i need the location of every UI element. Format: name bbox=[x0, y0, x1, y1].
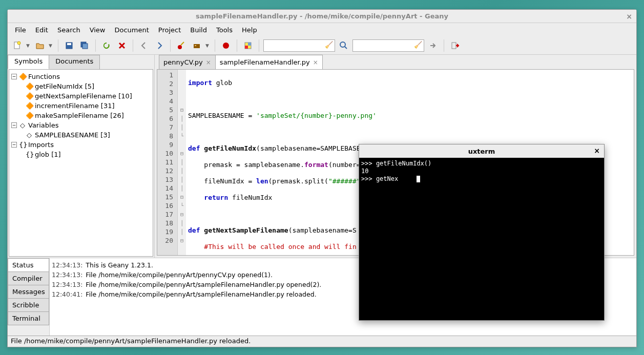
svg-rect-7 bbox=[194, 44, 200, 48]
tree-group-variables[interactable]: −◇Variables bbox=[11, 120, 151, 130]
open-file-icon[interactable] bbox=[33, 39, 47, 52]
build-icon[interactable] bbox=[190, 39, 203, 52]
nav-forward-icon[interactable] bbox=[153, 39, 166, 52]
collapse-icon[interactable]: − bbox=[11, 122, 17, 128]
menu-edit[interactable]: Edit bbox=[31, 25, 52, 35]
search-input[interactable]: 🧹 bbox=[263, 39, 335, 52]
reload-icon[interactable] bbox=[100, 39, 113, 52]
menu-document[interactable]: Document bbox=[110, 25, 153, 35]
nav-back-icon[interactable] bbox=[137, 39, 151, 52]
editor-tab[interactable]: pennyCV.py× bbox=[159, 55, 216, 69]
bottom-tab-terminal[interactable]: Terminal bbox=[8, 311, 49, 325]
svg-point-1 bbox=[17, 41, 20, 45]
close-file-icon[interactable] bbox=[115, 39, 129, 52]
uxterm-window[interactable]: uxterm × >>> getFileNumIdx() 10 >>> getN… bbox=[359, 144, 605, 321]
svg-rect-14 bbox=[452, 43, 456, 49]
window-title: sampleFilenameHandler.py - /home/mike/co… bbox=[196, 12, 448, 20]
line-gutter: 1234567891011121314151617181920 bbox=[157, 70, 178, 255]
tree-item[interactable]: 🔶getFileNumIdx [5] bbox=[11, 81, 151, 91]
window-titlebar[interactable]: sampleFilenameHandler.py - /home/mike/co… bbox=[8, 10, 636, 23]
goto-input[interactable]: 🧹 bbox=[352, 39, 424, 52]
svg-rect-5 bbox=[82, 44, 88, 49]
svg-rect-8 bbox=[195, 45, 196, 46]
tree-item[interactable]: 🔶makeSampleFilename [26] bbox=[11, 111, 151, 120]
cursor-icon bbox=[417, 176, 420, 182]
dropdown-icon[interactable]: ▼ bbox=[26, 43, 31, 48]
sidebar: Symbols Documents −🔶Functions 🔶getFileNu… bbox=[8, 55, 155, 258]
svg-rect-3 bbox=[67, 43, 71, 45]
import-icon: {} bbox=[26, 151, 33, 158]
search-icon[interactable] bbox=[337, 39, 350, 52]
variable-group-icon: ◇ bbox=[19, 121, 26, 129]
menu-help[interactable]: Help bbox=[238, 25, 261, 35]
bottom-tab-messages[interactable]: Messages bbox=[8, 285, 49, 299]
svg-rect-11 bbox=[245, 46, 248, 49]
close-icon[interactable]: × bbox=[626, 12, 632, 20]
tree-group-functions[interactable]: −🔶Functions bbox=[11, 72, 151, 81]
function-icon: 🔶 bbox=[26, 92, 33, 100]
save-icon[interactable] bbox=[63, 39, 76, 52]
collapse-icon[interactable]: − bbox=[11, 74, 17, 79]
collapse-icon[interactable]: − bbox=[11, 142, 17, 148]
function-group-icon: 🔶 bbox=[19, 73, 26, 80]
goto-icon[interactable] bbox=[426, 39, 440, 52]
svg-point-6 bbox=[178, 45, 182, 49]
new-file-icon[interactable] bbox=[11, 39, 24, 52]
broom-icon[interactable]: 🧹 bbox=[325, 41, 333, 49]
menu-build[interactable]: Build bbox=[186, 25, 211, 35]
tree-item[interactable]: {}glob [1] bbox=[11, 150, 151, 159]
close-tab-icon[interactable]: × bbox=[206, 59, 211, 66]
sidebar-tab-symbols[interactable]: Symbols bbox=[8, 55, 49, 69]
fold-gutter[interactable]: ⊟││└⊟││││⊟└⊟││⊟ bbox=[178, 70, 186, 255]
function-icon: 🔶 bbox=[26, 82, 33, 90]
sidebar-tab-documents[interactable]: Documents bbox=[49, 55, 100, 69]
color-picker-icon[interactable] bbox=[241, 39, 255, 52]
uxterm-title: uxterm bbox=[468, 148, 495, 155]
symbol-tree[interactable]: −🔶Functions 🔶getFileNumIdx [5] 🔶getNextS… bbox=[9, 69, 153, 257]
bottom-tab-compiler[interactable]: Compiler bbox=[8, 272, 49, 285]
quit-icon[interactable] bbox=[448, 39, 462, 52]
bottom-tab-status[interactable]: Status bbox=[8, 258, 49, 272]
variable-icon: ◇ bbox=[26, 131, 33, 139]
menu-project[interactable]: Project bbox=[154, 25, 185, 35]
menubar: File Edit Search View Document Project B… bbox=[8, 23, 636, 36]
menu-view[interactable]: View bbox=[86, 25, 110, 35]
menu-search[interactable]: Search bbox=[53, 25, 85, 35]
toolbar: ▼ ▼ ▼ 🧹 🧹 bbox=[8, 36, 636, 55]
tree-item[interactable]: 🔶incrementFilename [31] bbox=[11, 101, 151, 111]
statusbar: File /home/mike/compile/pennyArt/sampleF… bbox=[8, 336, 636, 347]
close-tab-icon[interactable]: × bbox=[313, 59, 318, 66]
status-text: File /home/mike/compile/pennyArt/sampleF… bbox=[11, 337, 251, 345]
bottom-tab-scribble[interactable]: Scribble bbox=[8, 298, 49, 312]
tree-group-imports[interactable]: −{}Imports bbox=[11, 140, 151, 150]
close-icon[interactable]: × bbox=[594, 147, 600, 155]
editor-tabs: pennyCV.py× sampleFilenameHandler.py× bbox=[155, 55, 636, 69]
tree-item[interactable]: 🔶getNextSampleFilename [10] bbox=[11, 91, 151, 101]
function-icon: 🔶 bbox=[26, 112, 33, 119]
broom-icon[interactable]: 🧹 bbox=[414, 41, 422, 49]
import-group-icon: {} bbox=[19, 141, 26, 149]
tree-item[interactable]: ◇SAMPLEBASENAME [3] bbox=[11, 130, 151, 140]
dropdown-icon[interactable]: ▼ bbox=[49, 43, 54, 48]
compile-icon[interactable] bbox=[175, 39, 188, 52]
svg-point-9 bbox=[223, 43, 229, 49]
uxterm-titlebar[interactable]: uxterm × bbox=[359, 144, 604, 158]
menu-file[interactable]: File bbox=[11, 25, 30, 35]
run-icon[interactable] bbox=[219, 39, 233, 52]
function-icon: 🔶 bbox=[26, 102, 33, 110]
save-all-icon[interactable] bbox=[78, 39, 91, 52]
dropdown-icon[interactable]: ▼ bbox=[205, 43, 211, 48]
menu-tools[interactable]: Tools bbox=[212, 25, 237, 35]
svg-rect-12 bbox=[248, 43, 251, 46]
svg-point-13 bbox=[340, 42, 345, 47]
terminal-content[interactable]: >>> getFileNumIdx() 10 >>> getNex bbox=[359, 158, 604, 320]
editor-tab[interactable]: sampleFilenameHandler.py× bbox=[215, 55, 323, 69]
